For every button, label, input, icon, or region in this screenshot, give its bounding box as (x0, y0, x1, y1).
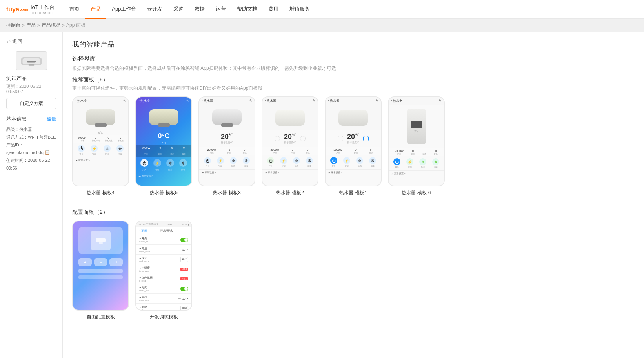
card-name-6: 热水器-模板 6 (402, 190, 431, 196)
device-svg (20, 54, 43, 68)
nav-cloud[interactable]: 云开发 (142, 0, 168, 19)
breadcrumb-products[interactable]: 产品 (26, 22, 36, 29)
breadcrumb-sep1: > (22, 23, 25, 28)
dev-debug-frame: ●●●●● 中国移动 ▼ 9:41 100% ▮ ‹ 返回 开发调试 ••• ●… (135, 221, 192, 311)
main-content: 我的智能产品 选择界面 根据实际需要选择合适的模板界面，选择成功后可在涂鸦智能 … (63, 32, 644, 358)
wh-image-6: 0°C (389, 105, 444, 148)
logo-tuya: tuya (6, 6, 19, 13)
free-buttons-row: ⏻ ☰ ◈ (78, 258, 123, 266)
nav-app[interactable]: App工作台 (106, 0, 142, 19)
free-card-name: 自由配置模板 (87, 314, 115, 320)
free-device-icon (95, 235, 107, 246)
nav-purchase[interactable]: 采购 (168, 0, 189, 19)
card-frame-1: ‹ 热水器 ✎ − 20℃目标温度/℃ + (325, 96, 382, 186)
wh-header-2: ‹ 热水器 ✎ (262, 97, 318, 105)
config-nav: ‹ 返回 开发调试 ••• (136, 227, 191, 235)
toggle-switch[interactable] (180, 238, 188, 242)
config-section: 配置面板（2） (72, 209, 635, 320)
nav-products[interactable]: 产品 (85, 0, 106, 19)
wh-stats-3: 2000W功率 0时间 0状态 (199, 147, 255, 155)
info-comm: 通讯方式：Wi-Fi 蓝牙BLE (6, 134, 56, 141)
recommended-desc: 更丰富的可视化组件，更强大的规则配置，无需编程即可快速DIY出好看又好用的App… (72, 85, 635, 92)
config-title: 配置面板（2） (72, 209, 635, 216)
card-frame-6: ‹ 热水器 ✎ 0°C 2000W功率 0 (388, 96, 445, 186)
svg-rect-3 (27, 61, 36, 63)
config-topbar: ●●●●● 中国移动 ▼ 9:41 100% ▮ (136, 221, 191, 227)
breadcrumb-current: App 面板 (66, 22, 86, 29)
copy-icon[interactable]: 📋 (45, 150, 50, 155)
config-row-switch: ● 开关switch_led (136, 235, 191, 245)
info-category: 品类：热水器 (6, 126, 56, 134)
wh-image-5 (136, 105, 191, 130)
back-button[interactable]: ↩ 返回 (6, 38, 56, 45)
logo: tuya .com IoT 工作台 IOT CONSOLE (6, 4, 55, 15)
wh-mockup-5: ‹ 热水器 ✎ 0°C ⌃ 7 (136, 97, 191, 186)
breadcrumb-sep2: > (37, 23, 40, 28)
config-header: 配置面板（2） (72, 209, 635, 216)
wh-image-3 (199, 105, 255, 130)
toggle-scene[interactable] (180, 287, 188, 291)
iot-label-sub: IOT CONSOLE (31, 11, 55, 15)
free-config-card[interactable]: ⏻ ☰ ◈ 自由配置模板 (72, 221, 129, 320)
free-slider-2 (78, 275, 123, 279)
section-header: 基本信息 编辑 (6, 116, 56, 123)
wh-image-2 (262, 105, 318, 130)
nav-docs[interactable]: 帮助文档 (231, 0, 263, 19)
template-card-4[interactable]: ‹ 热水器 ✎ 0°C 2000W功率 (72, 96, 129, 196)
config-row-scene: ● 月亮scene_data (136, 284, 191, 294)
wh-mockup-1: ‹ 热水器 ✎ − 20℃目标温度/℃ + (326, 97, 381, 186)
config-row-count: ● 温控countdown —10+ (136, 294, 191, 304)
card-name-5: 热水器-模板5 (150, 190, 178, 196)
wh-header: ‹ 热水器 ✎ (73, 97, 128, 105)
wh-mockup-6: ‹ 热水器 ✎ 0°C 2000W功率 0 (389, 97, 444, 186)
nav-billing[interactable]: 费用 (263, 0, 284, 19)
breadcrumb-console[interactable]: 控制台 (6, 22, 20, 29)
back-arrow-icon: ↩ (6, 39, 11, 45)
product-name: 测试产品 (6, 75, 56, 82)
template-card-3[interactable]: ‹ 热水器 ✎ − 20℃目标温度/℃ (198, 96, 255, 196)
card-frame-3: ‹ 热水器 ✎ − 20℃目标温度/℃ (198, 96, 255, 186)
template-card-1[interactable]: ‹ 热水器 ✎ − 20℃目标温度/℃ + (325, 96, 382, 196)
select-ui-desc: 根据实际需要选择合适的模板界面，选择成功后可在涂鸦智能 App扫码体验；其中带有… (72, 65, 635, 72)
dev-debug-card[interactable]: ●●●●● 中国移动 ▼ 9:41 100% ▮ ‹ 返回 开发调试 ••• ●… (135, 221, 192, 320)
sidebar: ↩ 返回 测试产品 更新：2020-05-22 09:56:07 自定义方案 基… (0, 32, 63, 358)
wh-mockup-2: ‹ 热水器 ✎ − 20℃目标温度/℃ + (262, 97, 318, 186)
wh-mockup-3: ‹ 热水器 ✎ − 20℃目标温度/℃ (199, 97, 255, 186)
section-title: 基本信息 (6, 116, 27, 123)
nav-home[interactable]: 首页 (64, 0, 85, 19)
recommended-title: 推荐面板（6） (72, 76, 635, 83)
basic-info-section: 基本信息 编辑 品类：热水器 通讯方式：Wi-Fi 蓝牙BLE 产品ID： sj… (6, 116, 56, 172)
wh-header-1: ‹ 热水器 ✎ (326, 97, 381, 105)
dev-card-name: 开发调试模板 (150, 314, 178, 320)
free-device-block (78, 227, 123, 254)
wh-header-3: ‹ 热水器 ✎ (199, 97, 255, 105)
config-row-ir: ● 红外数据ir_send No... (136, 274, 191, 284)
main-nav: 首页 产品 App工作台 云开发 采购 数据 运营 帮助文档 费用 增值服务 (64, 0, 315, 19)
config-row-color: ● 内温度temp_value 121d (136, 264, 191, 274)
page-title: 我的智能产品 (72, 40, 635, 49)
config-row-brightness: ● 亮度bright_value —10+ (136, 245, 191, 255)
template-card-5[interactable]: ‹ 热水器 ✎ 0°C ⌃ 7 (135, 96, 192, 196)
wh-stats-5: 2000W功率 0时间 0状态 0蓄热 (136, 145, 191, 157)
free-config-content: ⏻ ☰ ◈ (73, 221, 128, 285)
free-slider-1 (78, 269, 123, 273)
product-update: 更新：2020-05-22 09:56:07 (6, 83, 56, 94)
recommended-header: 推荐面板（6） 更丰富的可视化组件，更强大的规则配置，无需编程即可快速DIY出好… (72, 76, 635, 92)
edit-link[interactable]: 编辑 (47, 116, 56, 123)
card-name-2: 热水器-模板2 (276, 190, 304, 196)
wh-header-6: ‹ 热水器 ✎ (389, 97, 444, 105)
info-product-id: 产品ID： sjeeuukomqimcbdq 📋 (6, 141, 56, 157)
wh-mockup-4: ‹ 热水器 ✎ 0°C 2000W功率 (73, 97, 128, 186)
nav-data[interactable]: 数据 (189, 0, 210, 19)
card-name-4: 热水器-模板4 (87, 190, 115, 196)
logo-dot: .com (20, 7, 28, 11)
template-card-2[interactable]: ‹ 热水器 ✎ − 20℃目标温度/℃ + (262, 96, 318, 196)
nav-ops[interactable]: 运营 (210, 0, 231, 19)
config-row-rhythm: ● 韵比rhythm_mode 频闪 (136, 304, 191, 311)
breadcrumb-overview[interactable]: 产品概况 (42, 22, 60, 29)
svg-rect-5 (99, 242, 103, 244)
nav-vip[interactable]: 增值服务 (284, 0, 315, 19)
custom-plan-button[interactable]: 自定义方案 (6, 98, 56, 109)
device-thumbnail (16, 51, 47, 70)
template-card-6[interactable]: ‹ 热水器 ✎ 0°C 2000W功率 0 (388, 96, 445, 196)
